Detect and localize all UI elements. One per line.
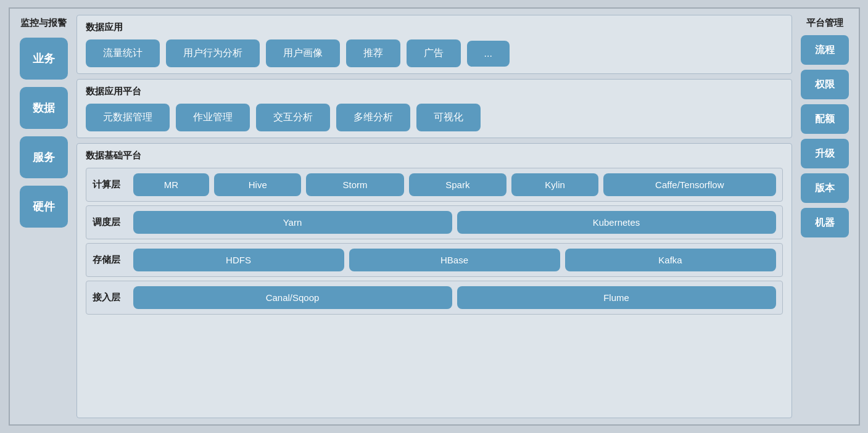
right-sidebar: 平台管理 流程 权限 配额 升级 版本 机器 — [797, 15, 853, 418]
right-btn-workflow[interactable]: 流程 — [801, 35, 849, 65]
chip-user-behavior[interactable]: 用户行为分析 — [166, 39, 260, 67]
chip-yarn[interactable]: Yarn — [133, 211, 452, 234]
data-app-platform-panel: 数据应用平台 元数据管理 作业管理 交互分析 多维分析 可视化 — [76, 79, 792, 138]
chip-canal-sqoop[interactable]: Canal/Sqoop — [133, 286, 452, 309]
chip-hdfs[interactable]: HDFS — [133, 249, 344, 271]
sidebar-btn-data[interactable]: 数据 — [20, 87, 68, 129]
data-apps-panel: 数据应用 流量统计 用户行为分析 用户画像 推荐 广告 ... — [76, 15, 792, 74]
layer-access-chips: Canal/Sqoop Flume — [133, 286, 776, 309]
layer-storage-chips: HDFS HBase Kafka — [133, 249, 776, 271]
layer-compute-label: 计算层 — [93, 179, 125, 191]
sidebar-btn-hardware[interactable]: 硬件 — [20, 186, 68, 228]
chip-hive[interactable]: Hive — [214, 173, 301, 196]
layer-compute-chips: MR Hive Storm Spark Kylin Caffe/Tensorfl… — [133, 173, 776, 196]
chip-spark[interactable]: Spark — [409, 173, 506, 196]
chip-more[interactable]: ... — [467, 41, 510, 67]
chip-storm[interactable]: Storm — [306, 173, 403, 196]
chip-kylin[interactable]: Kylin — [511, 173, 598, 196]
chip-caffe-tensorflow[interactable]: Caffe/Tensorflow — [603, 173, 775, 196]
right-btn-version[interactable]: 版本 — [801, 173, 849, 203]
left-sidebar: 监控与报警 业务 数据 服务 硬件 — [16, 15, 72, 418]
monitor-title: 监控与报警 — [20, 17, 67, 29]
platform-mgmt-title: 平台管理 — [806, 17, 843, 29]
data-app-platform-row: 元数据管理 作业管理 交互分析 多维分析 可视化 — [86, 104, 783, 131]
chip-kafka[interactable]: Kafka — [565, 249, 776, 271]
chip-traffic[interactable]: 流量统计 — [86, 39, 160, 67]
right-btn-upgrade[interactable]: 升级 — [801, 139, 849, 168]
data-foundation-panel: 数据基础平台 计算层 MR Hive Storm Spark Kylin Caf… — [76, 143, 792, 418]
layer-schedule-chips: Yarn Kubernetes — [133, 211, 776, 234]
layer-storage-label: 存储层 — [93, 254, 125, 266]
layer-access: 接入层 Canal/Sqoop Flume — [86, 281, 783, 315]
chip-user-profile[interactable]: 用户画像 — [266, 39, 340, 67]
sidebar-btn-business[interactable]: 业务 — [20, 38, 68, 80]
right-btn-machine[interactable]: 机器 — [801, 208, 849, 237]
chip-ad[interactable]: 广告 — [407, 39, 461, 67]
chip-metadata[interactable]: 元数据管理 — [86, 104, 170, 131]
main-area: 数据应用 流量统计 用户行为分析 用户画像 推荐 广告 ... 数据应用平台 元… — [76, 15, 792, 418]
layer-access-label: 接入层 — [93, 292, 125, 303]
data-app-platform-title: 数据应用平台 — [86, 86, 783, 97]
chip-multidim-analysis[interactable]: 多维分析 — [336, 104, 410, 131]
chip-job-mgmt[interactable]: 作业管理 — [176, 104, 250, 131]
chip-visualization[interactable]: 可视化 — [416, 104, 481, 131]
main-container: 监控与报警 业务 数据 服务 硬件 数据应用 流量统计 用户行为分析 用户画像 … — [9, 7, 860, 426]
data-foundation-title: 数据基础平台 — [86, 150, 783, 162]
chip-interactive-analysis[interactable]: 交互分析 — [256, 104, 330, 131]
chip-mr[interactable]: MR — [133, 173, 210, 196]
layer-storage: 存储层 HDFS HBase Kafka — [86, 243, 783, 277]
sidebar-btn-service[interactable]: 服务 — [20, 136, 68, 178]
layer-schedule: 调度层 Yarn Kubernetes — [86, 205, 783, 239]
chip-flume[interactable]: Flume — [457, 286, 776, 309]
data-apps-row: 流量统计 用户行为分析 用户画像 推荐 广告 ... — [86, 39, 783, 67]
chip-hbase[interactable]: HBase — [349, 249, 560, 271]
right-btn-quota[interactable]: 配额 — [801, 104, 849, 134]
data-apps-title: 数据应用 — [86, 22, 783, 33]
chip-kubernetes[interactable]: Kubernetes — [457, 211, 776, 234]
chip-recommend[interactable]: 推荐 — [346, 39, 400, 67]
layer-schedule-label: 调度层 — [93, 216, 125, 228]
layer-compute: 计算层 MR Hive Storm Spark Kylin Caffe/Tens… — [86, 168, 783, 202]
right-btn-permission[interactable]: 权限 — [801, 70, 849, 99]
